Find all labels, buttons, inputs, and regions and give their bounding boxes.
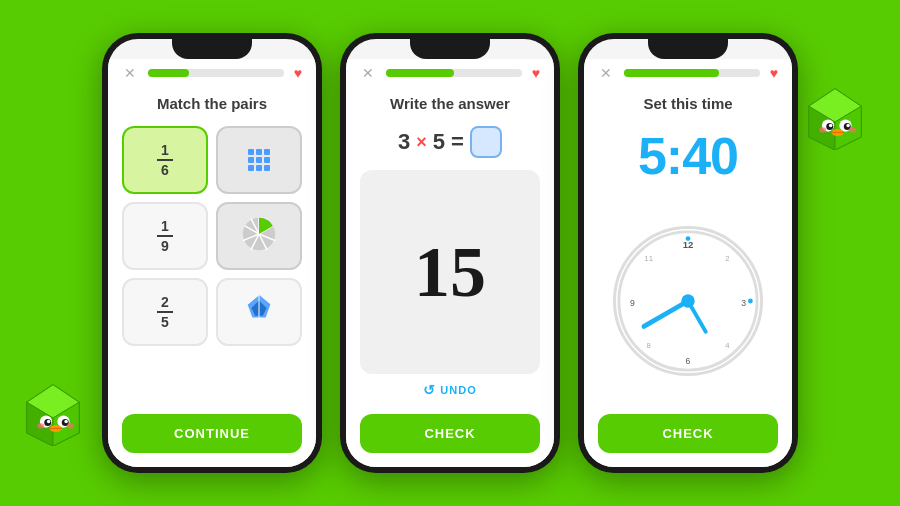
- phone-3-notch: [648, 39, 728, 59]
- handwritten-answer: 15: [414, 236, 486, 308]
- phone-2-title: Write the answer: [390, 95, 510, 112]
- equation-answer-box: [470, 126, 502, 158]
- svg-text:8: 8: [646, 341, 650, 350]
- phone-2-inner: ✕ ♥ Write the answer 3 × 5 = 15: [346, 39, 554, 467]
- phone-3-heart-icon: ♥: [770, 65, 778, 81]
- phone-3: ✕ ♥ Set this time 5:40 12 3: [578, 33, 798, 473]
- phone-2: ✕ ♥ Write the answer 3 × 5 = 15: [340, 33, 560, 473]
- mascot-left: [18, 376, 88, 446]
- equation-b: 5: [433, 129, 445, 155]
- phone-3-close-button[interactable]: ✕: [598, 65, 614, 81]
- phone-1-content: Match the pairs 1 6: [108, 85, 316, 467]
- undo-label: UNDO: [440, 384, 476, 396]
- svg-text:4: 4: [725, 341, 730, 350]
- pair-card-2-5[interactable]: 2 5: [122, 278, 208, 346]
- svg-point-8: [47, 420, 51, 424]
- fraction-2-5: 2 5: [157, 294, 173, 330]
- pair-card-1-9[interactable]: 1 9: [122, 202, 208, 270]
- phone-2-notch: [410, 39, 490, 59]
- svg-text:6: 6: [686, 356, 691, 366]
- mascot-right: [800, 80, 870, 150]
- phone-2-heart-icon: ♥: [532, 65, 540, 81]
- grid-icon: [248, 149, 270, 171]
- svg-point-37: [686, 236, 691, 241]
- phone-2-content: Write the answer 3 × 5 = 15 ↺ UNDO CHECK: [346, 85, 554, 467]
- phone-3-check-button[interactable]: CHECK: [598, 414, 778, 453]
- phones-container: ✕ ♥ Match the pairs 1 6: [102, 33, 798, 473]
- phone-1-title: Match the pairs: [157, 95, 267, 112]
- pair-card-1-6[interactable]: 1 6: [122, 126, 208, 194]
- clock-container: 12 3 6 9 2 4 8 11: [613, 198, 763, 404]
- svg-point-38: [748, 299, 753, 304]
- mascot-right-svg: [800, 80, 870, 150]
- undo-icon: ↺: [423, 382, 436, 398]
- phone-1-status-bar: ✕ ♥: [108, 59, 316, 85]
- poly-icon: [240, 291, 278, 333]
- clock-face[interactable]: 12 3 6 9 2 4 8 11: [613, 226, 763, 376]
- phone-3-inner: ✕ ♥ Set this time 5:40 12 3: [584, 39, 792, 467]
- svg-text:9: 9: [630, 298, 635, 308]
- phone-1-progress-bg: [148, 69, 284, 77]
- svg-text:3: 3: [741, 298, 746, 308]
- undo-button[interactable]: ↺ UNDO: [423, 382, 476, 398]
- phone-2-progress-bg: [386, 69, 522, 77]
- phone-1-notch: [172, 39, 252, 59]
- phone-1-inner: ✕ ♥ Match the pairs 1 6: [108, 39, 316, 467]
- phone-1-heart-icon: ♥: [294, 65, 302, 81]
- svg-point-9: [64, 420, 68, 424]
- svg-point-55: [819, 127, 826, 132]
- svg-point-56: [849, 127, 856, 132]
- clock-svg: 12 3 6 9 2 4 8 11: [616, 229, 760, 373]
- svg-text:2: 2: [725, 254, 729, 263]
- time-display: 5:40: [638, 126, 738, 186]
- equation-times: ×: [416, 132, 427, 153]
- phone-1-continue-button[interactable]: CONTINUE: [122, 414, 302, 453]
- svg-point-12: [37, 423, 44, 428]
- phone-3-progress-bg: [624, 69, 760, 77]
- pair-card-grid[interactable]: [216, 126, 302, 194]
- phone-1: ✕ ♥ Match the pairs 1 6: [102, 33, 322, 473]
- svg-point-42: [683, 296, 693, 306]
- phone-3-progress-fill: [624, 69, 719, 77]
- phone-2-progress-fill: [386, 69, 454, 77]
- phone-1-pairs-grid: 1 6: [122, 126, 302, 346]
- phone-1-close-button[interactable]: ✕: [122, 65, 138, 81]
- svg-text:11: 11: [644, 254, 653, 263]
- svg-point-52: [846, 124, 850, 128]
- fraction-1-9: 1 9: [157, 218, 173, 254]
- phone-1-progress-fill: [148, 69, 189, 77]
- phone-3-content: Set this time 5:40 12 3 6 9 2: [584, 85, 792, 467]
- equation-row: 3 × 5 =: [398, 126, 502, 158]
- pair-card-pie[interactable]: [216, 202, 302, 270]
- pair-card-polygon[interactable]: [216, 278, 302, 346]
- phone-3-status-bar: ✕ ♥: [584, 59, 792, 85]
- fraction-1-6: 1 6: [157, 142, 173, 178]
- equation-equals: =: [451, 129, 464, 155]
- phone-2-status-bar: ✕ ♥: [346, 59, 554, 85]
- phone-3-title: Set this time: [643, 95, 732, 112]
- svg-point-51: [829, 124, 833, 128]
- pie-icon: [240, 215, 278, 257]
- mascot-left-svg: [18, 376, 88, 446]
- drawing-area[interactable]: 15: [360, 170, 540, 374]
- phone-2-check-button[interactable]: CHECK: [360, 414, 540, 453]
- svg-point-13: [67, 423, 74, 428]
- equation-a: 3: [398, 129, 410, 155]
- phone-2-close-button[interactable]: ✕: [360, 65, 376, 81]
